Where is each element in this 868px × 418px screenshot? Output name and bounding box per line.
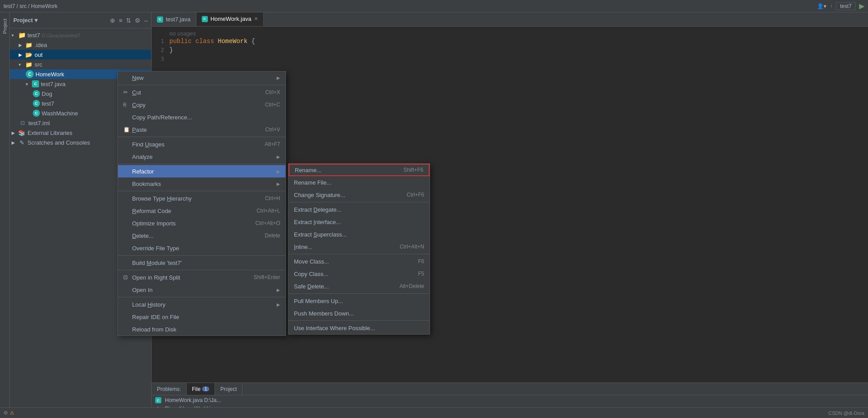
submenu-label-inline: Inline... — [294, 244, 400, 250]
submenu-label-rename-file: Rename File... — [294, 179, 424, 186]
submenu-label-extract-superclass: Extract Superclass... — [294, 231, 424, 238]
menu-item-delete[interactable]: Delete... Delete — [118, 229, 285, 242]
menu-item-optimize-imports[interactable]: Optimize Imports Ctrl+Alt+O — [118, 217, 285, 229]
submenu-label-use-interface: Use Interface Where Possible... — [294, 325, 424, 331]
menu-arrow-analyze: ▶ — [277, 154, 280, 159]
menu-item-local-history[interactable]: Local History ▶ — [118, 298, 285, 311]
menu-icon-paste: 📋 — [123, 126, 132, 133]
menu-item-copy-path[interactable]: Copy Path/Reference... — [118, 111, 285, 123]
menu-item-reformat[interactable]: Reformat Code Ctrl+Alt+L — [118, 205, 285, 217]
menu-item-bookmarks[interactable]: Bookmarks ▶ — [118, 177, 285, 190]
submenu-item-extract-delegate[interactable]: Extract Delegate... — [289, 203, 430, 216]
menu-item-refactor[interactable]: Refactor ▶ — [118, 165, 285, 177]
submenu-shortcut-change-signature: Ctrl+F6 — [407, 192, 424, 198]
menu-icon-copy: ⎘ — [123, 102, 132, 108]
submenu-item-rename-file[interactable]: Rename File... — [289, 176, 430, 189]
submenu-label-safe-delete: Safe Delete... — [294, 283, 399, 290]
menu-arrow-refactor: ▶ — [277, 169, 280, 174]
menu-item-analyze[interactable]: Analyze ▶ — [118, 150, 285, 163]
menu-label-optimize-imports: Optimize Imports — [132, 220, 246, 227]
menu-label-refactor: Refactor — [132, 168, 275, 175]
menu-item-build-module[interactable]: Build Module 'test7' — [118, 256, 285, 269]
submenu-item-pull-members-up[interactable]: Pull Members Up... — [289, 295, 430, 307]
submenu-label-rename: Rename... — [295, 167, 403, 174]
menu-separator-4 — [118, 191, 285, 191]
menu-label-analyze: Analyze — [132, 154, 275, 160]
submenu-item-safe-delete[interactable]: Safe Delete... Alt+Delete — [289, 280, 430, 292]
menu-label-copy-path: Copy Path/Reference... — [132, 114, 280, 121]
menu-shortcut-find-usages: Alt+F7 — [265, 141, 280, 147]
menu-arrow-bookmarks: ▶ — [277, 181, 280, 186]
menu-label-build-module: Build Module 'test7' — [132, 260, 280, 266]
menu-label-browse-hierarchy: Browse Type Hierarchy — [132, 195, 256, 202]
menu-item-browse-hierarchy[interactable]: Browse Type Hierarchy Ctrl+H — [118, 192, 285, 205]
submenu-item-rename[interactable]: Rename... Shift+F6 — [289, 164, 430, 176]
menu-label-paste: Paste — [132, 126, 256, 133]
menu-label-repair-ide: Repair IDE on File — [132, 314, 280, 320]
menu-label-copy: Copy — [132, 102, 256, 108]
submenu-shortcut-move-class: F6 — [418, 258, 424, 264]
menu-label-reformat: Reformat Code — [132, 208, 248, 214]
submenu-label-push-members-down: Push Members Down... — [294, 310, 424, 317]
submenu-sep-2 — [289, 254, 430, 254]
menu-item-new[interactable]: New ▶ — [118, 71, 285, 84]
submenu-sep-3 — [289, 293, 430, 294]
menu-item-copy[interactable]: ⎘ Copy Ctrl+C — [118, 99, 285, 111]
menu-label-bookmarks: Bookmarks — [132, 181, 275, 187]
menu-shortcut-optimize-imports: Ctrl+Alt+O — [255, 220, 280, 226]
menu-label-delete: Delete... — [132, 233, 256, 239]
submenu-item-use-interface[interactable]: Use Interface Where Possible... — [289, 322, 430, 334]
submenu-item-move-class[interactable]: Move Class... F6 — [289, 255, 430, 268]
menu-arrow-local-history: ▶ — [277, 302, 280, 307]
menu-label-open-right-split: Open in Right Split — [132, 274, 245, 281]
submenu-item-extract-superclass[interactable]: Extract Superclass... — [289, 228, 430, 241]
menu-item-open-right-split[interactable]: ⊡ Open in Right Split Shift+Enter — [118, 271, 285, 284]
menu-shortcut-browse-hierarchy: Ctrl+H — [265, 195, 280, 201]
context-menu-overlay: New ▶ ✂ Cut Ctrl+X ⎘ Copy Ctrl+C Copy Pa… — [0, 0, 868, 418]
menu-separator-2 — [118, 137, 285, 137]
submenu-item-push-members-down[interactable]: Push Members Down... — [289, 307, 430, 319]
menu-label-cut: Cut — [132, 89, 256, 96]
menu-separator-6 — [118, 270, 285, 270]
submenu-item-change-signature[interactable]: Change Signature... Ctrl+F6 — [289, 189, 430, 201]
menu-arrow-new: ▶ — [277, 75, 280, 80]
submenu-shortcut-copy-class: F5 — [418, 271, 424, 277]
menu-separator-5 — [118, 255, 285, 256]
submenu-item-extract-interface[interactable]: Extract Interface... — [289, 216, 430, 228]
menu-item-reload-from-disk[interactable]: Reload from Disk — [118, 323, 285, 335]
menu-label-open-in: Open In — [132, 287, 275, 293]
menu-label-find-usages: Find Usages — [132, 141, 256, 148]
menu-shortcut-copy: Ctrl+C — [265, 102, 280, 108]
menu-item-override-file-type[interactable]: Override File Type — [118, 242, 285, 254]
submenu-shortcut-inline: Ctrl+Alt+N — [400, 244, 424, 250]
menu-icon-cut: ✂ — [123, 89, 132, 95]
menu-item-repair-ide[interactable]: Repair IDE on File — [118, 311, 285, 323]
menu-item-paste[interactable]: 📋 Paste Ctrl+V — [118, 123, 285, 136]
submenu-label-move-class: Move Class... — [294, 258, 418, 265]
submenu-item-copy-class[interactable]: Copy Class... F5 — [289, 268, 430, 280]
refactor-submenu: Rename... Shift+F6 Rename File... Change… — [288, 163, 430, 335]
menu-item-open-in[interactable]: Open In ▶ — [118, 284, 285, 296]
submenu-label-extract-interface: Extract Interface... — [294, 219, 424, 225]
menu-icon-open-right-split: ⊡ — [123, 274, 132, 280]
menu-item-cut[interactable]: ✂ Cut Ctrl+X — [118, 86, 285, 99]
submenu-sep-4 — [289, 320, 430, 321]
menu-arrow-open-in: ▶ — [277, 288, 280, 292]
menu-shortcut-paste: Ctrl+V — [265, 126, 280, 133]
menu-label-local-history: Local History — [132, 301, 275, 308]
menu-separator-3 — [118, 164, 285, 164]
submenu-shortcut-safe-delete: Alt+Delete — [399, 283, 424, 289]
submenu-item-inline[interactable]: Inline... Ctrl+Alt+N — [289, 241, 430, 253]
menu-separator-1 — [118, 85, 285, 85]
menu-shortcut-reformat: Ctrl+Alt+L — [257, 208, 280, 214]
submenu-label-extract-delegate: Extract Delegate... — [294, 206, 424, 213]
menu-shortcut-delete: Delete — [265, 233, 280, 239]
submenu-sep-1 — [289, 202, 430, 202]
submenu-label-copy-class: Copy Class... — [294, 271, 418, 277]
menu-shortcut-cut: Ctrl+X — [265, 89, 280, 95]
menu-separator-7 — [118, 297, 285, 297]
menu-label-new: New — [132, 75, 275, 81]
submenu-label-change-signature: Change Signature... — [294, 192, 407, 198]
menu-item-find-usages[interactable]: Find Usages Alt+F7 — [118, 138, 285, 150]
submenu-label-pull-members-up: Pull Members Up... — [294, 298, 424, 304]
